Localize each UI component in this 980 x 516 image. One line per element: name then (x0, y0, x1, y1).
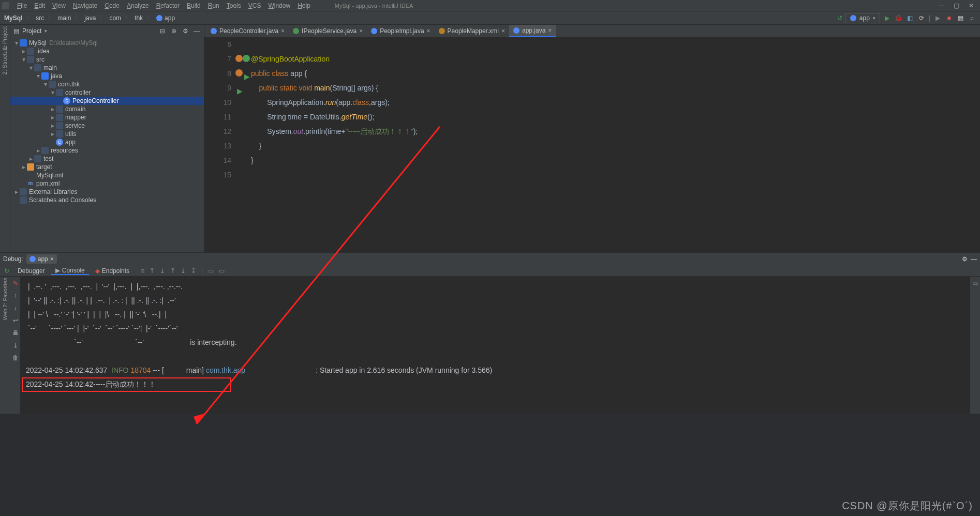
breadcrumb-mysql[interactable]: MySql (4, 14, 22, 22)
tree-pom-xml[interactable]: mpom.xml (10, 179, 204, 188)
f-icon[interactable]: ▭ (208, 267, 214, 275)
settings-icon[interactable]: ⚙ (962, 255, 968, 263)
expand-all-icon[interactable]: ⊕ (170, 27, 178, 35)
menu-tools[interactable]: Tools (223, 2, 245, 9)
menu-navigate[interactable]: Navigate (69, 2, 101, 9)
tree-mysql[interactable]: ▾MySqlD:\ideatwo\MySql (10, 39, 204, 47)
tab-peoplemapper-xml[interactable]: PeopleMapper.xml× (435, 25, 509, 37)
close-icon[interactable]: × (548, 27, 552, 34)
tree-scratches-and-consoles[interactable]: Scratches and Consoles (10, 196, 204, 204)
minimize-button[interactable]: — (938, 2, 944, 9)
tree-target[interactable]: ▸target (10, 163, 204, 171)
tree-controller[interactable]: ▾controller (10, 88, 204, 97)
collapse-all-icon[interactable]: ⊟ (158, 27, 167, 35)
menu-analyze[interactable]: Analyze (123, 2, 153, 9)
tab-peopleimpl-java[interactable]: PeopleImpl.java× (367, 25, 434, 37)
breadcrumb-app[interactable]: app (165, 14, 175, 22)
console-output[interactable]: | .--. ' ,---. ,---. ,---. | '--' |,---.… (21, 277, 970, 414)
toggle-icon[interactable]: ▭ (972, 280, 978, 287)
print-icon[interactable]: 🖶 (12, 329, 19, 337)
tab-debugger[interactable]: Debugger (13, 267, 49, 275)
chevron-down-icon[interactable]: ▾ (44, 28, 47, 34)
tab-peoplecontroller-java[interactable]: PeopleController.java× (206, 25, 289, 37)
rerun-icon[interactable]: ↻ (2, 267, 11, 275)
menu-build[interactable]: Build (183, 2, 204, 9)
tree-peoplecontroller[interactable]: cPeopleController (10, 97, 204, 105)
close-icon[interactable]: × (501, 27, 505, 35)
trash-icon[interactable]: 🗑 (12, 354, 19, 361)
scroll-icon[interactable]: ⤓ (13, 342, 18, 349)
hide-icon[interactable]: — (192, 27, 201, 35)
tab-console[interactable]: ▶Console (51, 267, 89, 275)
tree-app[interactable]: capp (10, 138, 204, 146)
tree-domain[interactable]: ▸domain (10, 105, 204, 113)
tree-utils[interactable]: ▸utils (10, 130, 204, 138)
toolwin-favorites-tab[interactable]: 2: Favorites (2, 278, 8, 307)
toolwin-structure-tab[interactable]: 2: Structure (2, 45, 8, 75)
menu-help[interactable]: Help (294, 2, 314, 9)
tree-test[interactable]: ▸test (10, 155, 204, 163)
tree-resources[interactable]: ▸resources (10, 146, 204, 155)
down-icon[interactable]: ↓ (14, 305, 17, 312)
menu-view[interactable]: View (49, 2, 69, 9)
hide-icon[interactable]: — (971, 255, 977, 263)
tree--idea[interactable]: ▸.idea (10, 47, 204, 55)
maximize-button[interactable]: ▢ (954, 2, 959, 9)
close-button[interactable]: ✕ (969, 2, 974, 9)
tree-external-libraries[interactable]: ▸External Libraries (10, 188, 204, 196)
tree-mysql-iml[interactable]: MySql.iml (10, 171, 204, 179)
tree-java[interactable]: ▾java (10, 72, 204, 80)
close-icon[interactable]: × (281, 27, 285, 35)
wrap-icon[interactable]: ↩ (13, 317, 18, 324)
menu-code[interactable]: Code (101, 2, 123, 9)
close-icon[interactable]: × (427, 27, 430, 35)
menu-run[interactable]: Run (204, 2, 223, 9)
build-icon[interactable]: ↺ (837, 14, 842, 22)
close-icon[interactable]: × (359, 27, 363, 35)
tree-main[interactable]: ▾main (10, 64, 204, 72)
edit-icon[interactable]: ✎ (13, 280, 18, 287)
c-icon[interactable]: ⤒ (170, 267, 175, 275)
toolwin-web-tab[interactable]: Web (2, 309, 8, 320)
left-toolstrip: 1: Project 2: Structure (0, 25, 10, 252)
b-icon[interactable]: ⤓ (160, 267, 165, 275)
run-button[interactable]: ▶ (883, 14, 892, 22)
breadcrumb-src[interactable]: src (36, 14, 44, 22)
run-config-combo[interactable]: app ▾ (845, 13, 880, 23)
menu-window[interactable]: Window (264, 2, 294, 9)
breadcrumb-main[interactable]: main (57, 14, 71, 22)
tree-com-thk[interactable]: ▾com.thk (10, 80, 204, 88)
code-editor[interactable]: 678▶9▶101112131415 @SpringBootApplicatio… (204, 37, 980, 252)
e-icon[interactable]: ↧ (191, 267, 196, 275)
step-icon[interactable]: ≡ (141, 267, 144, 275)
g-icon[interactable]: ▭ (219, 267, 225, 275)
stop-button[interactable]: ■ (945, 14, 953, 22)
layout-button[interactable]: ▦ (956, 14, 964, 22)
settings-icon[interactable]: ⚙ (181, 27, 189, 35)
breadcrumb-java[interactable]: java (84, 14, 96, 22)
menu-vcs[interactable]: VCS (245, 2, 265, 9)
tab-app-java[interactable]: app.java× (509, 25, 556, 37)
tree-mapper[interactable]: ▸mapper (10, 113, 204, 122)
debug-button[interactable]: 🐞 (895, 14, 903, 22)
a-icon[interactable]: ⤒ (150, 267, 155, 275)
project-tree[interactable]: ▾MySqlD:\ideatwo\MySql▸.idea▾src▾main▾ja… (10, 37, 204, 206)
debug-run-tag[interactable]: app × (26, 254, 57, 264)
menu-edit[interactable]: Edit (31, 2, 49, 9)
d-icon[interactable]: ⤓ (181, 267, 186, 275)
tab-ipeopleservice-java[interactable]: IPeopleService.java× (289, 25, 367, 37)
close-icon[interactable]: × (50, 255, 54, 263)
menu-refactor[interactable]: Refactor (153, 2, 183, 9)
breadcrumb-thk[interactable]: thk (135, 14, 143, 22)
run-anything-button[interactable]: ▶ (933, 14, 942, 22)
up-icon[interactable]: ↑ (14, 292, 17, 299)
code-body[interactable]: @SpringBootApplication public class app … (235, 37, 418, 252)
search-everywhere-button[interactable]: ⌕ (968, 14, 976, 22)
breadcrumb-com[interactable]: com (109, 14, 121, 22)
tree-src[interactable]: ▾src (10, 55, 204, 64)
tab-endpoints[interactable]: ◆Endpoints (91, 267, 133, 275)
coverage-button[interactable]: ◧ (906, 14, 914, 22)
menu-file[interactable]: File (13, 2, 31, 9)
tree-service[interactable]: ▸service (10, 122, 204, 130)
profile-button[interactable]: ⟳ (917, 14, 926, 22)
